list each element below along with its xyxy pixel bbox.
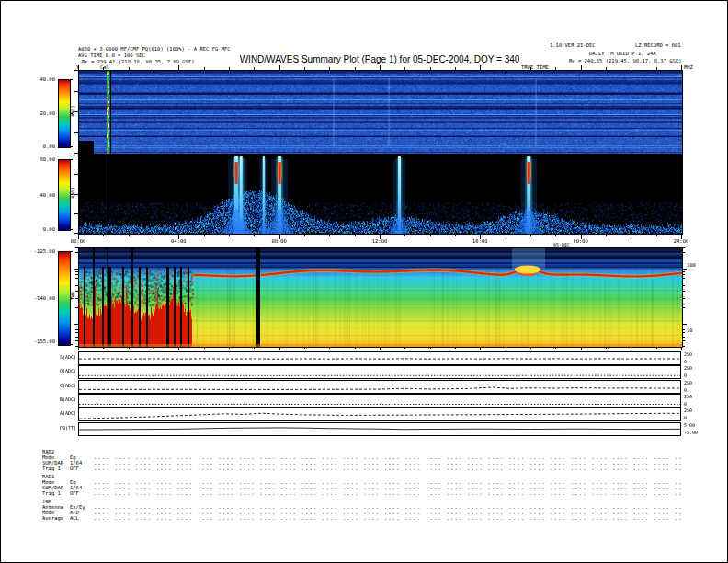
status-row-label: Antenna: [42, 504, 70, 510]
tnr-right-log-tick: [682, 271, 685, 272]
rad2-top-tick: [380, 65, 381, 70]
tnr-left-log-tick: [74, 269, 78, 270]
rad1-left-tick: [74, 155, 78, 155]
status-row-value: A-D: [70, 510, 94, 515]
tnr-right-log-tick: [682, 274, 685, 275]
tnr-left-log-tick: [75, 329, 78, 330]
tnr-freq-label-10: 10: [687, 327, 693, 333]
tnr-left-log-tick: [75, 274, 78, 275]
tnr-spectrogram-canvas: [79, 248, 682, 347]
tnr-left-log-tick: [75, 278, 78, 279]
rad2-top-tick: [606, 67, 607, 70]
strip-canvas: [79, 381, 680, 393]
tnr-bottom-tick: [581, 347, 582, 350]
status-row-value: Eq: [70, 454, 94, 460]
strip-min-label: 0: [684, 373, 687, 378]
rad1-left-tick: [74, 194, 78, 195]
strip-max-label: 250: [684, 366, 692, 371]
tnr-left-log-tick: [75, 307, 78, 308]
strip-max-label: 250: [684, 381, 692, 385]
tnr-left-log-tick: [75, 298, 78, 299]
status-row-value: ACL: [70, 515, 94, 521]
mhz-unit-label: MHZ: [684, 64, 693, 70]
rad1-left-tick: [74, 233, 78, 234]
strip-max-label: 5.00: [684, 423, 695, 428]
status-group-TNR: TNRAntennaEx/Ey.... .... .... .... .... …: [42, 499, 681, 521]
strip-chart-PB(TT): [78, 422, 681, 436]
colorbar-tick: [70, 298, 73, 299]
strip-chart-S(ADC): [78, 351, 681, 365]
dot-leader: .... .... .... .... .... .... .... .... …: [94, 485, 681, 490]
colorbar-tick: [70, 194, 73, 195]
time-axis-tick: [154, 234, 154, 236]
tnr-left-log-tick: [75, 282, 78, 282]
dot-leader: .... .... .... .... .... .... .... .... …: [94, 479, 681, 485]
tnr-bottom-tick: [380, 347, 381, 350]
status-row-label: Average: [42, 515, 70, 521]
time-label: 16:00: [472, 238, 488, 244]
rad2-left-tick: [74, 132, 78, 133]
tnr-left-log-tick: [75, 252, 78, 253]
strip-canvas: [79, 423, 680, 435]
dot-leader: .... .... .... .... .... .... .... .... …: [94, 510, 681, 515]
status-group-RAD1: RAD1ModeEq.... .... .... .... .... .... …: [42, 474, 681, 496]
tnr-colorbar-max: -125.00: [25, 248, 55, 254]
tnr-bottom-tick: [404, 347, 405, 349]
time-axis-tick: [254, 234, 255, 236]
tnr-bottom-tick: [78, 347, 79, 350]
rad2-top-tick: [178, 65, 179, 70]
tnr-right-log-tick: [682, 247, 685, 248]
time-axis-tick: [430, 234, 431, 236]
strip-min-label: 0: [684, 402, 687, 407]
tnr-bottom-tick: [279, 347, 280, 350]
strip-chart-Q(ADC): [78, 365, 681, 379]
status-row: Trig 1OFF.... .... .... .... .... .... .…: [42, 465, 681, 471]
dot-leader: .... .... .... .... .... .... .... .... …: [94, 515, 681, 521]
strip-canvas: [79, 352, 680, 364]
tnr-left-log-tick: [75, 346, 78, 347]
tnr-colorbar-min: -155.00: [25, 339, 55, 344]
rad2-top-tick: [681, 65, 682, 70]
strip-min-label: 0: [684, 388, 687, 393]
colorbar-tick: [70, 79, 73, 80]
status-row: Trig 1OFF.... .... .... .... .... .... .…: [42, 490, 681, 496]
status-row-label: Trig 1: [42, 465, 70, 471]
strip-max-label: 250: [684, 395, 692, 399]
tnr-panel-label: TNR: [71, 288, 75, 304]
tnr-bottom-tick: [555, 347, 556, 349]
time-label: 08:00: [271, 238, 287, 244]
rad2-top-tick: [555, 67, 556, 70]
tnr-right-log-tick: [682, 269, 687, 270]
dot-leader: .... .... .... .... .... .... .... .... …: [94, 504, 681, 510]
status-text-block: RAD2ModeEq.... .... .... .... .... .... …: [42, 449, 681, 523]
tnr-right-log-tick: [682, 327, 685, 327]
strip-chart-C(ADC): [78, 380, 681, 394]
start-position-gse: Re = 239.41 (218.18, 98.35, 7.89 GSE): [82, 59, 195, 64]
tnr-right-log-tick: [682, 337, 685, 338]
status-row-value: OFF: [70, 490, 94, 496]
rad2-top-tick: [530, 67, 531, 70]
rad2-top-tick: [355, 67, 356, 70]
rad1-panel-label: RAD1: [71, 185, 75, 201]
strip-min-label: 0: [684, 416, 687, 420]
tnr-bottom-tick: [129, 347, 130, 349]
rad2-top-tick: [656, 67, 657, 70]
status-row: AverageACL.... .... .... .... .... .... …: [42, 515, 681, 521]
tnr-bottom-tick: [304, 347, 305, 349]
status-group-RAD2: RAD2ModeEq.... .... .... .... .... .... …: [42, 449, 681, 471]
strip-max-label: 250: [684, 352, 692, 357]
version-text: 1.10 VER 21-DEC: [550, 42, 596, 48]
time-axis-tick: [530, 234, 531, 236]
tnr-spectrogram-panel: [78, 247, 683, 348]
strip-min-label: 0: [684, 360, 687, 364]
rad1-colorbar-max: 80.00: [25, 156, 55, 162]
rad2-top-tick: [103, 67, 104, 70]
colorbar-tick: [70, 159, 73, 160]
rad2-colorbar-mid: 20.00: [25, 110, 55, 116]
status-row-label: Mode: [42, 454, 70, 460]
rad2-top-tick: [78, 65, 79, 70]
rad2-top-tick: [229, 67, 230, 70]
tnr-bottom-tick: [103, 347, 104, 349]
strip-label: S(ADC): [34, 355, 76, 360]
time-axis-tick: [606, 234, 607, 236]
